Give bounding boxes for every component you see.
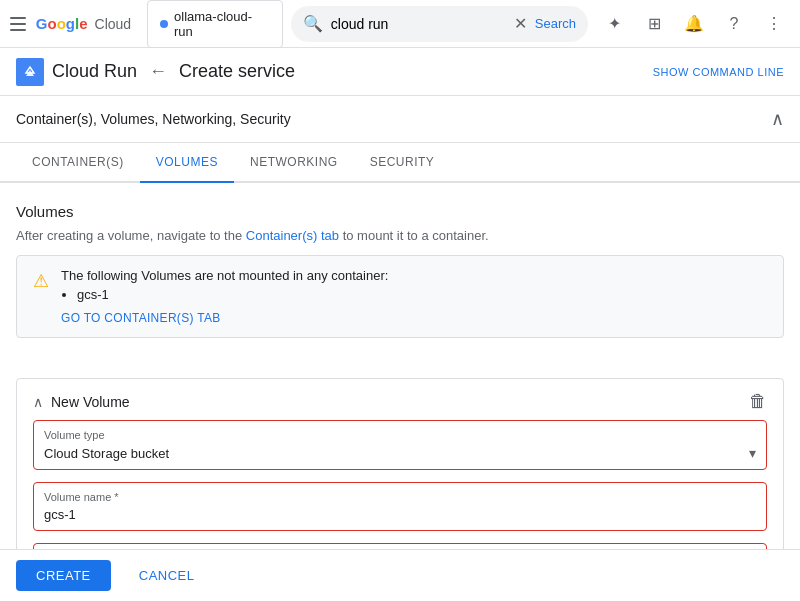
volumes-content: Volumes After creating a volume, navigat…: [0, 183, 800, 378]
go-to-container-tab-link[interactable]: GO TO CONTAINER(S) TAB: [61, 311, 221, 325]
search-button[interactable]: Search: [535, 16, 576, 31]
create-button[interactable]: CREATE: [16, 560, 111, 591]
search-magnifier-icon: 🔍: [303, 14, 323, 33]
search-input[interactable]: [331, 16, 506, 32]
browser-tab[interactable]: ollama-cloud-run: [147, 0, 283, 48]
warning-list-item: gcs-1: [77, 287, 767, 302]
volume-form: Volume type Cloud Storage bucket ▾ Volum…: [17, 420, 783, 549]
sub-header-left: Cloud Run ← Create service: [16, 58, 295, 86]
warning-box: ⚠ The following Volumes are not mounted …: [16, 255, 784, 338]
help-icon[interactable]: ?: [716, 6, 752, 42]
section-title: Container(s), Volumes, Networking, Secur…: [16, 111, 291, 127]
service-name: Cloud Run: [52, 61, 137, 82]
container-tab-link[interactable]: Container(s) tab: [246, 228, 339, 243]
top-bar: Google Cloud ollama-cloud-run 🔍 ✕ Search…: [0, 0, 800, 48]
more-icon[interactable]: ⋮: [756, 6, 792, 42]
volume-type-field: Volume type Cloud Storage bucket ▾: [33, 420, 767, 470]
show-command-line-button[interactable]: SHOW COMMAND LINE: [653, 66, 784, 78]
google-cloud-logo: Google Cloud: [36, 15, 131, 32]
bell-icon[interactable]: 🔔: [676, 6, 712, 42]
create-service-label: Create service: [179, 61, 295, 82]
tabs-bar: CONTAINER(S) VOLUMES NETWORKING SECURITY: [0, 143, 800, 183]
cloud-run-icon: [16, 58, 44, 86]
menu-icon[interactable]: [8, 14, 28, 34]
grid-icon[interactable]: ⊞: [636, 6, 672, 42]
new-volume-panel: ∧ New Volume 🗑 Volume type Cloud Storage…: [16, 378, 784, 549]
warning-content: The following Volumes are not mounted in…: [61, 268, 767, 325]
main-scroll: Container(s), Volumes, Networking, Secur…: [0, 96, 800, 549]
top-icons: ✦ ⊞ 🔔 ? ⋮: [596, 6, 792, 42]
back-arrow-icon[interactable]: ←: [149, 61, 167, 82]
volume-type-label: Volume type: [44, 429, 756, 441]
tab-container[interactable]: CONTAINER(S): [16, 143, 140, 183]
new-volume-chevron-icon[interactable]: ∧: [33, 394, 43, 410]
volume-name-field[interactable]: Volume name: [33, 482, 767, 531]
tab-networking[interactable]: NETWORKING: [234, 143, 354, 183]
volume-name-label: Volume name: [44, 491, 756, 503]
volumes-desc-prefix: After creating a volume, navigate to the: [16, 228, 246, 243]
tab-security[interactable]: SECURITY: [354, 143, 451, 183]
sub-header: Cloud Run ← Create service SHOW COMMAND …: [0, 48, 800, 96]
search-bar: 🔍 ✕ Search: [291, 6, 588, 42]
tab-volumes[interactable]: VOLUMES: [140, 143, 234, 183]
new-volume-header: ∧ New Volume 🗑: [17, 379, 783, 420]
bottom-bar: CREATE CANCEL: [0, 549, 800, 601]
volume-type-arrow-icon: ▾: [749, 445, 756, 461]
section-header: Container(s), Volumes, Networking, Secur…: [0, 96, 800, 143]
volumes-title: Volumes: [16, 203, 784, 220]
new-volume-label: New Volume: [51, 394, 130, 410]
new-volume-title-row: ∧ New Volume: [33, 394, 130, 410]
search-clear-icon[interactable]: ✕: [514, 14, 527, 33]
collapse-icon[interactable]: ∧: [771, 108, 784, 130]
volume-type-select[interactable]: Cloud Storage bucket ▾: [44, 445, 756, 461]
volume-name-input[interactable]: [44, 507, 756, 522]
cancel-button[interactable]: CANCEL: [119, 560, 215, 591]
volumes-desc-suffix: to mount it to a container.: [339, 228, 489, 243]
warning-list: gcs-1: [77, 287, 767, 302]
volumes-description: After creating a volume, navigate to the…: [16, 228, 784, 243]
tab-label: ollama-cloud-run: [174, 9, 270, 39]
warning-triangle-icon: ⚠: [33, 270, 49, 325]
warning-text: The following Volumes are not mounted in…: [61, 268, 767, 283]
volume-type-value: Cloud Storage bucket: [44, 446, 169, 461]
cloud-run-svg: [21, 63, 39, 81]
sparkle-icon[interactable]: ✦: [596, 6, 632, 42]
delete-volume-icon[interactable]: 🗑: [749, 391, 767, 412]
